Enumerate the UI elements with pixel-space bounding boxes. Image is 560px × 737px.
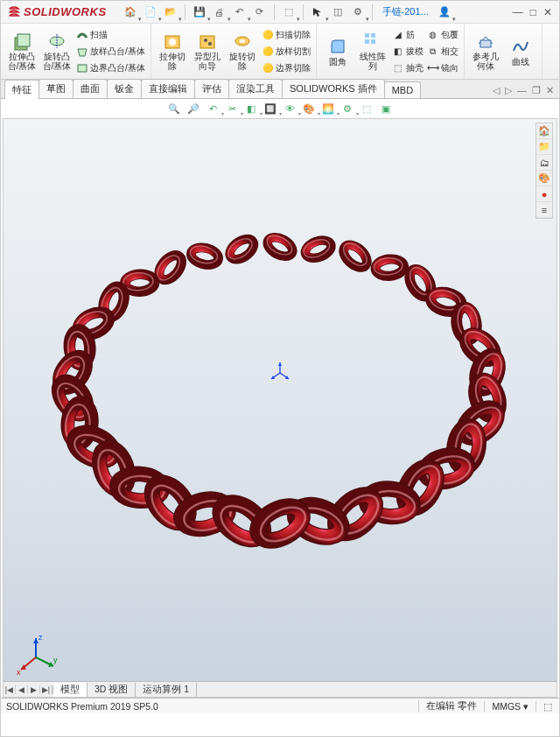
tab-surfaces[interactable]: 曲面 [73, 79, 108, 98]
bottom-tab-3dview[interactable]: 3D 视图 [88, 683, 136, 697]
user-icon[interactable]: 👤 [435, 3, 454, 22]
sweep-button[interactable]: 扫描 [74, 27, 147, 43]
save-icon[interactable]: 💾 [190, 3, 209, 22]
svg-point-29 [189, 244, 220, 267]
tp-file-explorer-icon[interactable]: 🗂 [536, 155, 552, 171]
edit-appearance-icon[interactable]: 🎨 [302, 102, 316, 116]
tabstrip-right-controls: ◁ ▷ — ❐ ✕ [493, 85, 559, 98]
svg-point-5 [169, 39, 176, 46]
quick-access-toolbar: 🏠 📄 📂 💾 🖨 ↶ ⟳ ⬚ ◫ ⚙ 手链-201... 👤 [121, 3, 506, 22]
svg-rect-11 [365, 33, 369, 38]
open-file-icon[interactable]: 📂 [161, 3, 180, 22]
draft-button[interactable]: ◧拔模 [390, 44, 425, 60]
tab-features[interactable]: 特征 [4, 80, 39, 99]
ribbon-group-ref: 参考几 何体 曲线 [465, 24, 542, 79]
zoom-fit-icon[interactable]: 🔍 [167, 102, 181, 116]
window-controls: — □ ✕ [506, 6, 559, 18]
graphics-area[interactable]: 🏠 📁 🗂 🎨 ● ≡ [3, 118, 557, 698]
zoom-area-icon[interactable]: 🔎 [186, 102, 200, 116]
loft-button[interactable]: 放样凸台/基体 [74, 44, 147, 60]
view-render-icon[interactable]: ▣ [379, 102, 393, 116]
shell-button[interactable]: ⬚抽壳 [390, 60, 425, 76]
wrap-button[interactable]: ◍包覆 [425, 27, 460, 43]
select-icon[interactable]: ⬚ [279, 3, 298, 22]
curves-button[interactable]: 曲线 [503, 35, 538, 68]
section-view-icon[interactable]: ✂ [225, 102, 239, 116]
status-bar: SOLIDWORKS Premium 2019 SP5.0 在编辑 零件 MMG… [1, 698, 559, 713]
hole-wizard-button[interactable]: 异型孔 向导 [190, 30, 225, 73]
new-file-icon[interactable]: 📄 [141, 3, 160, 22]
apply-scene-icon[interactable]: 🌅 [321, 102, 335, 116]
display-icon[interactable]: ◫ [328, 3, 347, 22]
tab-sketch[interactable]: 草图 [38, 79, 74, 98]
tab-render[interactable]: 渲染工具 [228, 79, 283, 98]
undo-icon[interactable]: ↶ [230, 3, 249, 22]
extrude-cut-button[interactable]: 拉伸切 除 [155, 30, 190, 73]
tab-addins[interactable]: SOLIDWORKS 插件 [282, 79, 385, 98]
tp-home-icon[interactable]: 🏠 [536, 123, 552, 139]
previous-view-icon[interactable]: ↶ [206, 102, 220, 116]
tab-scroll-controls[interactable]: |◀◀▶▶| [4, 685, 53, 694]
task-pane: 🏠 📁 🗂 🎨 ● ≡ [536, 123, 553, 219]
intersect-button[interactable]: ⧉相交 [425, 44, 460, 60]
boundary-button[interactable]: 边界凸台/基体 [74, 60, 147, 76]
minimize-button[interactable]: — [513, 6, 523, 18]
svg-rect-3 [78, 65, 87, 72]
revolve-cut-button[interactable]: 旋转切 除 [225, 30, 260, 73]
view-prev-icon[interactable]: ◁ [493, 85, 500, 96]
view-next-icon[interactable]: ▷ [505, 85, 512, 96]
bottom-tab-motion[interactable]: 运动算例 1 [136, 683, 197, 697]
extrude-boss-button[interactable]: 拉伸凸 台/基体 [4, 30, 39, 73]
mirror-button[interactable]: ⟷镜向 [425, 60, 460, 76]
svg-point-10 [240, 39, 245, 43]
document-title[interactable]: 手链-201... [382, 5, 429, 18]
cursor-icon[interactable] [308, 3, 327, 22]
maximize-button[interactable]: □ [530, 6, 536, 18]
app-logo: SOLIDWORKS [1, 5, 112, 19]
fillet-button[interactable]: 圆角 [320, 35, 355, 68]
doc-restore-icon[interactable]: ❐ [532, 85, 541, 96]
boundary-cut-button[interactable]: 🟡边界切除 [260, 60, 312, 76]
sweep-cut-button[interactable]: 🟡扫描切除 [260, 27, 312, 43]
ribbon-group-cut: 拉伸切 除 异型孔 向导 旋转切 除 🟡扫描切除 🟡放样切割 🟡边界切除 [151, 24, 317, 79]
svg-rect-6 [200, 36, 214, 48]
options-icon[interactable]: ⚙ [348, 3, 368, 22]
view-orientation-icon[interactable]: ◧ [244, 102, 258, 116]
close-button[interactable]: ✕ [543, 6, 552, 18]
bottom-tab-model[interactable]: 模型 [53, 683, 88, 697]
doc-minimize-icon[interactable]: — [517, 85, 527, 96]
separator [372, 4, 373, 20]
svg-rect-15 [480, 40, 491, 47]
rebuild-icon[interactable]: ⟳ [250, 3, 270, 22]
separator [303, 4, 304, 20]
loft-cut-button[interactable]: 🟡放样切割 [260, 44, 312, 60]
reference-geometry-button[interactable]: 参考几 何体 [468, 30, 503, 73]
view-cube-icon[interactable]: ⬚ [360, 102, 374, 116]
doc-close-icon[interactable]: ✕ [546, 85, 554, 96]
svg-rect-14 [371, 39, 375, 44]
brand-text: SOLIDWORKS [24, 5, 107, 18]
revolve-boss-button[interactable]: 旋转凸 台/基体 [39, 30, 74, 73]
display-style-icon[interactable]: 🔲 [263, 102, 277, 116]
tp-appearances-icon[interactable]: ● [536, 186, 552, 202]
view-settings-icon[interactable]: ⚙ [340, 102, 354, 116]
rib-button[interactable]: ◢筋 [390, 27, 425, 43]
home-icon[interactable]: 🏠 [121, 3, 140, 22]
tab-directedit[interactable]: 直接编辑 [141, 79, 195, 98]
solidworks-icon [6, 5, 22, 19]
ribbon-toolbar: 拉伸凸 台/基体 旋转凸 台/基体 扫描 放样凸台/基体 边界凸台/基体 拉伸切… [1, 24, 559, 80]
linear-pattern-button[interactable]: 线性阵 列 [355, 30, 390, 73]
command-manager-tabs: 特征 草图 曲面 钣金 直接编辑 评估 渲染工具 SOLIDWORKS 插件 M… [1, 80, 559, 99]
tab-sheetmetal[interactable]: 钣金 [107, 79, 142, 98]
print-icon[interactable]: 🖨 [210, 3, 229, 22]
status-units[interactable]: MMGS ▾ [484, 701, 536, 712]
tp-custom-props-icon[interactable]: ≡ [536, 202, 552, 218]
tab-evaluate[interactable]: 评估 [194, 79, 229, 98]
svg-text:x: x [17, 668, 21, 677]
hide-show-icon[interactable]: 👁 [283, 102, 297, 116]
tab-mbd[interactable]: MBD [384, 81, 421, 98]
tp-view-palette-icon[interactable]: 🎨 [536, 171, 552, 186]
status-extra-icon[interactable]: ⬚ [536, 701, 559, 712]
tp-design-library-icon[interactable]: 📁 [536, 139, 552, 155]
title-bar: SOLIDWORKS 🏠 📄 📂 💾 🖨 ↶ ⟳ ⬚ ◫ ⚙ 手链-201...… [1, 1, 559, 24]
